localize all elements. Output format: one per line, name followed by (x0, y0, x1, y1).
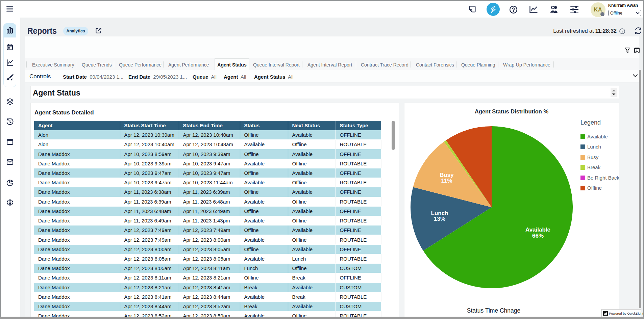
svg-text:11%: 11% (441, 178, 452, 184)
svg-text:Available: Available (525, 227, 550, 233)
svg-text:13%: 13% (434, 216, 445, 222)
svg-text:66%: 66% (532, 233, 544, 239)
